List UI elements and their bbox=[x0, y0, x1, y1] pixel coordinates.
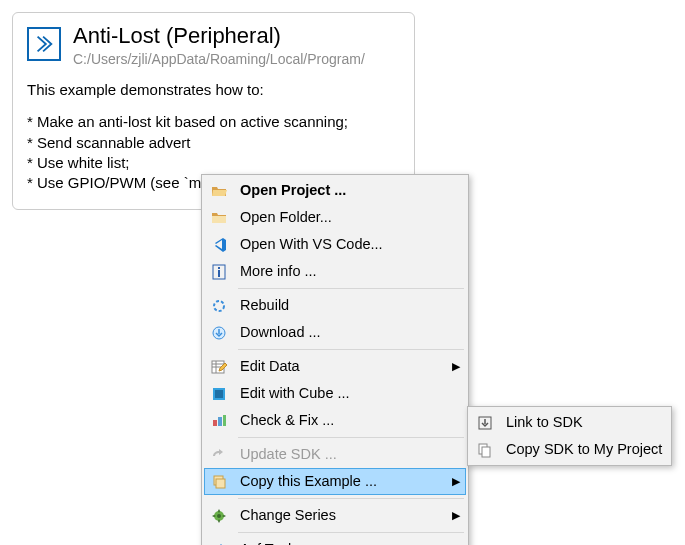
menu-label: Change Series bbox=[240, 508, 446, 523]
menu-open-folder[interactable]: Open Folder... bbox=[204, 204, 466, 231]
description-line: * Use white list; bbox=[27, 153, 400, 173]
menu-label: Copy SDK to My Project bbox=[506, 442, 663, 457]
copy-example-submenu[interactable]: Link to SDK Copy SDK to My Project bbox=[467, 406, 672, 466]
description-line: * Send scannable advert bbox=[27, 133, 400, 153]
example-icon bbox=[27, 27, 61, 61]
open-project-icon bbox=[208, 180, 230, 202]
change-series-icon bbox=[208, 505, 230, 527]
check-fix-icon bbox=[208, 410, 230, 432]
card-header: Anti-Lost (Peripheral) C:/Users/zjli/App… bbox=[27, 23, 400, 67]
cube-icon bbox=[208, 383, 230, 405]
menu-label: Edit Data bbox=[240, 359, 446, 374]
menu-check-fix[interactable]: Check & Fix ... bbox=[204, 407, 466, 434]
menu-separator bbox=[238, 288, 464, 289]
chevron-right-icon: ▶ bbox=[452, 476, 460, 487]
menu-open-vscode[interactable]: Open With VS Code... bbox=[204, 231, 466, 258]
context-menu[interactable]: Open Project ... Open Folder... Open Wit… bbox=[201, 174, 469, 545]
svg-rect-8 bbox=[213, 420, 217, 426]
description-intro: This example demonstrates how to: bbox=[27, 81, 400, 98]
menu-separator bbox=[238, 437, 464, 438]
menu-label: Edit with Cube ... bbox=[240, 386, 460, 401]
menu-label: Check & Fix ... bbox=[240, 413, 460, 428]
menu-label: Update SDK ... bbox=[240, 447, 460, 462]
update-sdk-icon bbox=[208, 444, 230, 466]
rebuild-icon bbox=[208, 295, 230, 317]
example-path: C:/Users/zjli/AppData/Roaming/Local/Prog… bbox=[73, 51, 365, 67]
info-icon bbox=[208, 261, 230, 283]
menu-separator bbox=[238, 498, 464, 499]
svg-point-3 bbox=[214, 301, 224, 311]
menu-open-project[interactable]: Open Project ... bbox=[204, 177, 466, 204]
menu-label: More info ... bbox=[240, 264, 460, 279]
menu-copy-example[interactable]: Copy this Example ... ▶ bbox=[204, 468, 466, 495]
chevron-right-icon: ▶ bbox=[452, 361, 460, 372]
open-folder-icon bbox=[208, 207, 230, 229]
chevron-right-icon: ▶ bbox=[452, 510, 460, 521]
copy-sdk-icon bbox=[474, 439, 496, 461]
menu-label: Open Folder... bbox=[240, 210, 460, 225]
svg-rect-2 bbox=[218, 270, 220, 277]
description-line: * Make an anti-lost kit based on active … bbox=[27, 112, 400, 132]
svg-point-14 bbox=[217, 514, 221, 518]
svg-rect-9 bbox=[218, 417, 222, 426]
menu-more-info[interactable]: More info ... bbox=[204, 258, 466, 285]
svg-rect-17 bbox=[482, 447, 490, 457]
menu-update-sdk: Update SDK ... bbox=[204, 441, 466, 468]
svg-rect-12 bbox=[216, 479, 225, 488]
menu-edit-data[interactable]: Edit Data ▶ bbox=[204, 353, 466, 380]
submenu-link-sdk[interactable]: Link to SDK bbox=[470, 409, 669, 436]
edit-data-icon bbox=[208, 356, 230, 378]
menu-label: Rebuild bbox=[240, 298, 460, 313]
menu-label: Link to SDK bbox=[506, 415, 663, 430]
menu-download[interactable]: Download ... bbox=[204, 319, 466, 346]
example-title: Anti-Lost (Peripheral) bbox=[73, 23, 365, 49]
svg-rect-10 bbox=[223, 415, 226, 426]
vscode-icon bbox=[208, 234, 230, 256]
submenu-copy-sdk[interactable]: Copy SDK to My Project bbox=[470, 436, 669, 463]
svg-rect-7 bbox=[215, 390, 223, 398]
menu-label: Open With VS Code... bbox=[240, 237, 460, 252]
svg-rect-1 bbox=[218, 267, 220, 269]
copy-example-icon bbox=[208, 471, 230, 493]
card-title-block: Anti-Lost (Peripheral) C:/Users/zjli/App… bbox=[73, 23, 365, 67]
menu-label: Open Project ... bbox=[240, 183, 460, 198]
download-icon bbox=[208, 322, 230, 344]
menu-label: Copy this Example ... bbox=[240, 474, 446, 489]
menu-separator bbox=[238, 349, 464, 350]
menu-separator bbox=[238, 532, 464, 533]
menu-axf-tools[interactable]: Axf Tools ▶ bbox=[204, 536, 466, 545]
axf-tools-icon bbox=[208, 539, 230, 546]
menu-label: Download ... bbox=[240, 325, 460, 340]
menu-change-series[interactable]: Change Series ▶ bbox=[204, 502, 466, 529]
menu-edit-cube[interactable]: Edit with Cube ... bbox=[204, 380, 466, 407]
menu-rebuild[interactable]: Rebuild bbox=[204, 292, 466, 319]
link-sdk-icon bbox=[474, 412, 496, 434]
